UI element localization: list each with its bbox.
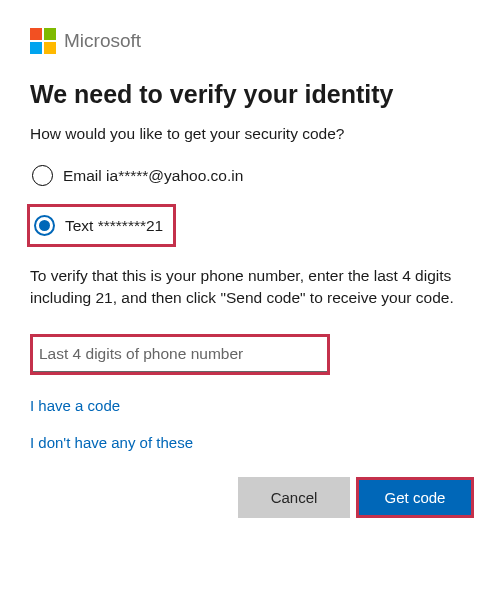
instructions-text: To verify that this is your phone number… [30,265,474,310]
button-row: Cancel Get code [30,477,474,518]
get-code-button[interactable]: Get code [359,480,471,515]
highlight-box-option: Text ********21 [27,204,176,247]
brand-row: Microsoft [30,28,474,54]
highlight-box-submit: Get code [356,477,474,518]
option-email[interactable]: Email ia*****@yahoo.co.in [30,161,474,190]
link-have-code[interactable]: I have a code [30,397,474,414]
phone-last4-input[interactable] [33,337,327,372]
prompt-text: How would you like to get your security … [30,125,474,143]
brand-name: Microsoft [64,30,141,52]
option-text[interactable]: Text ********21 [32,211,165,240]
link-none-of-these[interactable]: I don't have any of these [30,434,474,451]
radio-selected-icon [34,215,55,236]
radio-icon [32,165,53,186]
cancel-button[interactable]: Cancel [238,477,350,518]
microsoft-logo-icon [30,28,56,54]
highlight-box-input [30,334,330,375]
page-title: We need to verify your identity [30,80,474,109]
option-text-label: Text ********21 [65,217,163,235]
option-email-label: Email ia*****@yahoo.co.in [63,167,243,185]
